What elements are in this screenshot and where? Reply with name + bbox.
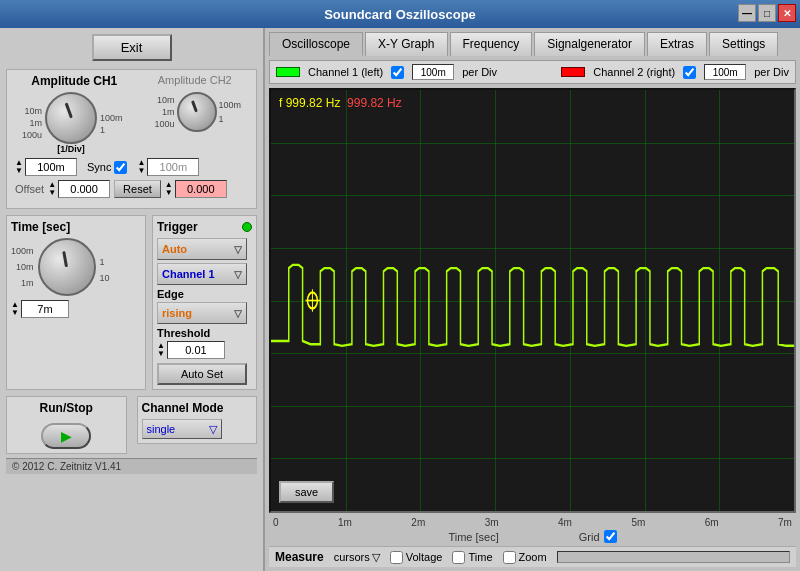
tab-xy-graph[interactable]: X-Y Graph (365, 32, 447, 56)
time-value-row: ▲ ▼ (11, 300, 141, 318)
ch2-offset-spin[interactable]: ▲ ▼ (165, 181, 173, 197)
time-section: Time [sec] 100m 10m 1m 1 10 (6, 215, 146, 390)
ch1-knob-indicator (64, 102, 72, 118)
measure-label: Measure (275, 550, 324, 564)
ch1-offset-input[interactable] (58, 180, 110, 198)
auto-set-button[interactable]: Auto Set (157, 363, 247, 385)
trigger-status-dot (242, 222, 252, 232)
time-axis: 0 1m 2m 3m 4m 5m 6m 7m (269, 517, 796, 528)
ch2-color-indicator (561, 67, 585, 77)
measure-row: Measure cursors ▽ Voltage Time Zoom (269, 546, 796, 567)
threshold-label: Threshold (157, 327, 252, 339)
minimize-button[interactable]: — (738, 4, 756, 22)
amplitude-section: Amplitude CH1 Amplitude CH2 10m 1m 100u (6, 69, 257, 209)
ch1-right-labels: 100m 1 (100, 111, 123, 135)
ch1-div-label: [1/Div] (57, 144, 85, 154)
grid-label: Grid (579, 531, 600, 543)
ch1-knob-group: 10m 1m 100u [ (22, 92, 123, 154)
scope-inner: f 999.82 Hz 999.82 Hz save (271, 90, 794, 511)
time-axis-0: 0 (273, 517, 279, 528)
ch2-knob-container (177, 92, 217, 132)
reset-button[interactable]: Reset (114, 180, 161, 198)
voltage-checkbox[interactable] (390, 551, 403, 564)
ch1-left-labels: 10m 1m 100u (22, 106, 42, 140)
exit-button[interactable]: Exit (92, 34, 172, 61)
ch2-per-div-input[interactable] (704, 64, 746, 80)
threshold-spin[interactable]: ▲ ▼ (157, 342, 165, 358)
cursors-dropdown[interactable]: cursors ▽ (334, 551, 380, 564)
scope-display: f 999.82 Hz 999.82 Hz save (269, 88, 796, 513)
zoom-check[interactable]: Zoom (503, 551, 547, 564)
sync-checkbox[interactable] (114, 161, 127, 174)
ch2-left-labels: 10m 1m 100u (154, 95, 174, 129)
offset-section: Offset ▲ ▼ Reset ▲ ▼ (11, 178, 252, 200)
ch2-knob-indicator (191, 100, 198, 112)
voltage-label: Voltage (406, 551, 443, 563)
maximize-button[interactable]: □ (758, 4, 776, 22)
channel-mode-dropdown[interactable]: single ▽ (142, 419, 222, 439)
tab-signalgenerator[interactable]: Signalgenerator (534, 32, 645, 56)
tab-settings[interactable]: Settings (709, 32, 778, 56)
threshold-row: ▲ ▼ (157, 341, 252, 359)
time-axis-2m: 2m (411, 517, 425, 528)
grid-checkbox[interactable] (604, 530, 617, 543)
ch2-offset-input[interactable] (175, 180, 227, 198)
close-button[interactable]: ✕ (778, 4, 796, 22)
ch1-per-div-input[interactable] (412, 64, 454, 80)
play-icon: ▶ (61, 428, 72, 444)
ch2-label: Channel 2 (right) (593, 66, 675, 78)
offset-label: Offset (15, 183, 44, 195)
trigger-channel-label: Channel 1 (162, 268, 215, 280)
ch2-spin-arrow[interactable]: ▲ ▼ (137, 159, 145, 175)
ch2-knob[interactable] (177, 92, 217, 132)
trigger-channel-arrow: ▽ (234, 269, 242, 280)
knob-row: 10m 1m 100u [ (11, 92, 252, 154)
save-button[interactable]: save (279, 481, 334, 503)
time-knob-indicator (62, 251, 68, 267)
ch1-knob-container: [1/Div] (44, 92, 98, 154)
ch1-offset-spin[interactable]: ▲ ▼ (48, 181, 56, 197)
tab-frequency[interactable]: Frequency (450, 32, 533, 56)
channel-mode-title: Channel Mode (142, 401, 253, 415)
time-checkbox[interactable] (452, 551, 465, 564)
tabs: Oscilloscope X-Y Graph Frequency Signalg… (269, 32, 796, 56)
ch1-value-input[interactable] (25, 158, 77, 176)
edge-dropdown[interactable]: rising ▽ (157, 302, 247, 324)
ch1-checkbox[interactable] (391, 66, 404, 79)
trigger-mode-label: Auto (162, 243, 187, 255)
ch2-right-labels: 100m 1 (219, 100, 242, 124)
voltage-check[interactable]: Voltage (390, 551, 443, 564)
time-title: Time [sec] (11, 220, 141, 234)
time-knob[interactable] (38, 238, 96, 296)
tab-oscilloscope[interactable]: Oscilloscope (269, 32, 363, 56)
cursors-label: cursors (334, 551, 370, 563)
time-axis-4m: 4m (558, 517, 572, 528)
time-label-text: Time [sec] (448, 531, 498, 543)
ch2-value-input[interactable] (147, 158, 199, 176)
time-axis-3m: 3m (485, 517, 499, 528)
threshold-input[interactable] (167, 341, 225, 359)
trigger-header: Trigger (157, 220, 252, 234)
left-panel: Exit Amplitude CH1 Amplitude CH2 10m 1m … (0, 28, 265, 571)
trigger-title: Trigger (157, 220, 198, 234)
time-value-input[interactable] (21, 300, 69, 318)
trigger-channel-dropdown[interactable]: Channel 1 ▽ (157, 263, 247, 285)
run-stop-button[interactable]: ▶ (41, 423, 91, 449)
ch1-knob[interactable] (45, 92, 97, 144)
ch1-spin-arrow[interactable]: ▲ ▼ (15, 159, 23, 175)
zoom-checkbox[interactable] (503, 551, 516, 564)
trigger-mode-dropdown[interactable]: Auto ▽ (157, 238, 247, 260)
run-stop-title: Run/Stop (40, 401, 93, 415)
run-stop-section: Run/Stop ▶ (6, 396, 127, 454)
time-left-labels: 100m 10m 1m (11, 246, 34, 288)
ch2-per-div-unit: per Div (754, 66, 789, 78)
amplitude-header: Amplitude CH1 Amplitude CH2 (11, 74, 252, 88)
ch2-checkbox[interactable] (683, 66, 696, 79)
time-axis-label: Time [sec] Grid (269, 530, 796, 543)
window-controls[interactable]: — □ ✕ (738, 4, 796, 22)
time-spin[interactable]: ▲ ▼ (11, 301, 19, 317)
time-axis-6m: 6m (705, 517, 719, 528)
time-check[interactable]: Time (452, 551, 492, 564)
measure-slider[interactable] (557, 551, 790, 563)
tab-extras[interactable]: Extras (647, 32, 707, 56)
